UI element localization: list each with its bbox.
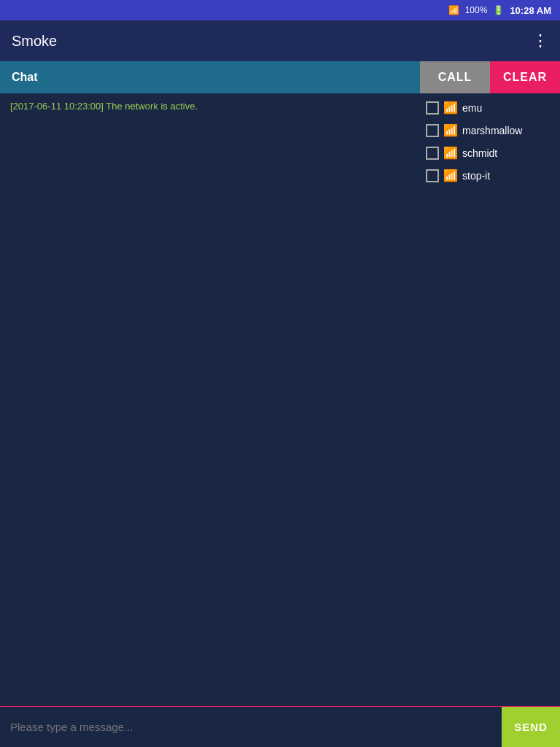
signal-icon: 📶 [443, 101, 458, 115]
contact-item[interactable]: 📶schmidt [420, 142, 560, 164]
signal-icon: 📶 [443, 146, 458, 160]
message-input[interactable] [10, 707, 502, 747]
contact-checkbox[interactable] [426, 101, 439, 115]
chat-title: Chat [12, 71, 38, 84]
action-buttons: CALL CLEAR [420, 61, 560, 93]
chat-header: Chat [0, 61, 420, 93]
contact-list: 📶emu📶marshmallow📶schmidt📶stop-it [420, 93, 560, 190]
chat-panel: Chat [2017-06-11 10:23:00] The network i… [0, 61, 420, 706]
contact-name: schmidt [462, 147, 497, 159]
contact-checkbox[interactable] [426, 124, 439, 137]
app-bar: Smoke ⋮ [0, 20, 560, 61]
clear-button[interactable]: CLEAR [490, 61, 560, 93]
app-title: Smoke [12, 33, 57, 50]
chat-messages: [2017-06-11 10:23:00] The network is act… [0, 93, 420, 706]
contact-item[interactable]: 📶marshmallow [420, 119, 560, 142]
right-panel: CALL CLEAR 📶emu📶marshmallow📶schmidt📶stop… [420, 61, 560, 706]
network-message: [2017-06-11 10:23:00] The network is act… [10, 101, 410, 112]
contact-name: stop-it [462, 170, 490, 182]
contact-checkbox[interactable] [426, 147, 439, 160]
battery-icon: 🔋 [493, 5, 504, 15]
contact-item[interactable]: 📶stop-it [420, 164, 560, 187]
battery-percentage: 100% [465, 5, 488, 15]
send-button[interactable]: SEND [502, 707, 560, 747]
menu-icon[interactable]: ⋮ [532, 31, 548, 50]
status-bar: 📶 100% 🔋 10:28 AM [0, 0, 560, 20]
contact-item[interactable]: 📶emu [420, 96, 560, 119]
call-button[interactable]: CALL [420, 61, 490, 93]
status-time: 10:28 AM [510, 5, 551, 16]
main-content: Chat [2017-06-11 10:23:00] The network i… [0, 61, 560, 706]
signal-icon: 📶 [443, 123, 458, 137]
wifi-icon: 📶 [448, 5, 459, 15]
contact-name: marshmallow [462, 125, 522, 136]
signal-icon: 📶 [443, 169, 458, 182]
contact-checkbox[interactable] [426, 169, 439, 182]
input-bar: SEND [0, 706, 560, 747]
contact-name: emu [462, 102, 482, 114]
